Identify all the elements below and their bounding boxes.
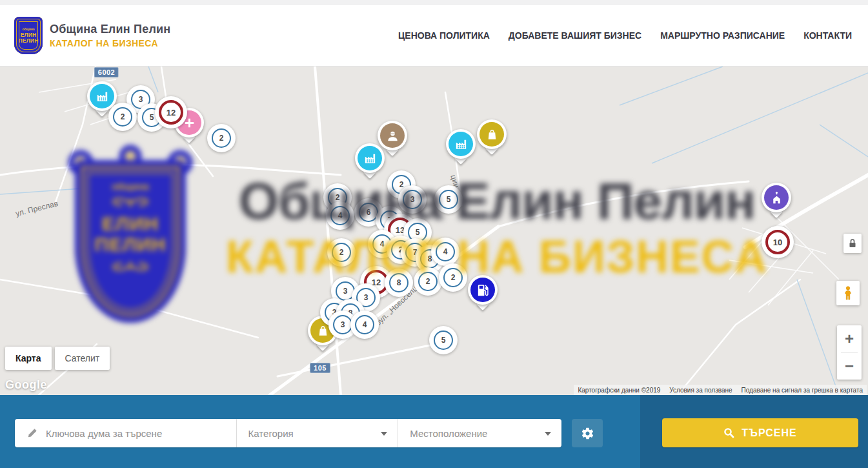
map-cluster-marker[interactable]: 10 [762,226,794,258]
cluster-count: 2 [113,107,132,127]
main-nav: ЦЕНОВА ПОЛИТИКА ДОБАВЕТЕ ВАШИЯТ БИЗНЕС М… [398,30,852,41]
cluster-count: 12 [159,100,183,125]
keyword-input[interactable] [46,428,220,439]
nav-item-contacts[interactable]: КОНТАКТИ [803,30,852,41]
cluster-count: 2 [212,128,231,148]
zoom-control: + − [837,325,862,380]
nav-item-timetable[interactable]: МАРШРУТНО РАЗПИСАНИЕ [660,30,785,41]
map-cluster-marker[interactable]: 3 [398,185,427,214]
attribution-report-link[interactable]: Подаване на сигнал за грешка в картата [742,387,863,394]
google-logo[interactable]: Google [5,378,47,392]
top-strip [0,0,868,5]
map-cluster-marker[interactable]: 2 [207,124,236,152]
factory-icon [449,132,473,156]
brand-text: Община Елин Пелин КАТАЛОГ НА БИЗНЕСА [50,23,170,48]
crest-line2: ПЕЛИН [19,38,39,44]
cluster-count: 4 [330,206,350,225]
cluster-count: 4 [436,242,455,261]
map-cluster-marker[interactable]: 2 [108,103,137,131]
site-logo-link[interactable]: община ЕЛИН ПЕЛИН Община Елин Пелин КАТА… [14,17,170,54]
search-bar: Категория Местоположение [15,419,561,447]
street-view-pegman-button[interactable] [836,281,860,305]
lock-icon [848,238,857,249]
map-type-satellite-button[interactable]: Сателит [55,347,110,370]
nav-item-pricing[interactable]: ЦЕНОВА ПОЛИТИКА [398,30,490,41]
page: община ЕЛИН ПЕЛИН Община Елин Пелин КАТА… [0,0,868,468]
header: община ЕЛИН ПЕЛИН Община Елин Пелин КАТА… [0,5,868,66]
map-cluster-marker[interactable]: 2 [439,263,467,292]
category-value: Категория [248,428,294,439]
attribution-copyright: Картографски данни ©2019 [578,387,660,394]
cluster-count: 2 [418,272,438,291]
site-title: Община Елин Пелин [50,23,170,36]
map-cluster-marker[interactable]: 4 [431,238,459,266]
fuel-icon [470,278,495,302]
map-cluster-marker[interactable]: 8 [385,269,413,297]
shopping-bag-icon [479,122,504,147]
map-cluster-marker[interactable]: 4 [326,201,354,230]
advanced-search-button[interactable] [572,419,603,447]
attribution-terms-link[interactable]: Условия за ползване [669,387,732,394]
municipality-crest-icon: община ЕЛИН ПЕЛИН [14,17,43,54]
cluster-count: 10 [765,230,790,254]
map-cluster-marker[interactable]: 12 [155,96,187,128]
site-subtitle: КАТАЛОГ НА БИЗНЕСА [50,38,170,48]
gear-icon [581,427,594,440]
map-type-map-button[interactable]: Карта [5,347,52,370]
crest-top-word: община [22,27,34,31]
road-number-shield: 6002 [94,67,119,77]
zoom-out-button[interactable]: − [837,353,862,380]
chevron-down-icon [545,432,551,436]
keyword-field[interactable] [15,419,236,447]
map-pin-factory[interactable] [355,143,385,173]
search-icon [723,427,734,438]
map-type-control: Карта Сателит [5,347,110,370]
factory-icon [358,146,382,170]
map-cluster-marker[interactable]: 2 [414,267,442,296]
road-number-shield: 105 [310,363,330,373]
cluster-count: 3 [333,315,352,334]
pegman-icon [841,285,855,301]
location-select[interactable]: Местоположение [398,419,561,447]
map-cluster-marker[interactable]: 5 [429,326,458,354]
map-pin-shopping-bag[interactable] [477,119,507,149]
cluster-count: 5 [439,190,458,209]
category-select[interactable]: Категория [237,419,398,447]
worker-icon [380,123,405,148]
map-pin-factory[interactable] [446,129,476,159]
chevron-down-icon [381,432,387,436]
search-submit-button[interactable]: ТЪРСЕНЕ [662,418,858,447]
lock-scroll-button[interactable] [843,234,862,253]
cluster-count: 4 [355,315,374,334]
map-pin-worker[interactable] [378,121,407,150]
cluster-count: 8 [389,273,409,292]
church-icon [764,185,789,210]
map-cluster-marker[interactable]: 5 [434,185,463,214]
cluster-count: 2 [443,268,463,287]
cluster-count: 5 [434,331,453,350]
cluster-count: 3 [403,190,422,209]
factory-icon [90,84,114,108]
zoom-in-button[interactable]: + [837,325,862,352]
map-pin-church[interactable] [762,183,791,212]
search-button-label: ТЪРСЕНЕ [742,427,796,439]
map-cluster-marker[interactable]: 2 [327,238,356,267]
location-value: Местоположение [410,428,487,439]
map-pin-fuel[interactable] [468,275,498,305]
map-cluster-marker[interactable]: 4 [350,310,379,339]
nav-item-add-business[interactable]: ДОБАВЕТЕ ВАШИЯТ БИЗНЕС [509,30,641,41]
pencil-icon [26,427,38,439]
map-attribution: Картографски данни ©2019 Условия за полз… [574,385,867,395]
cluster-count: 2 [332,243,351,262]
